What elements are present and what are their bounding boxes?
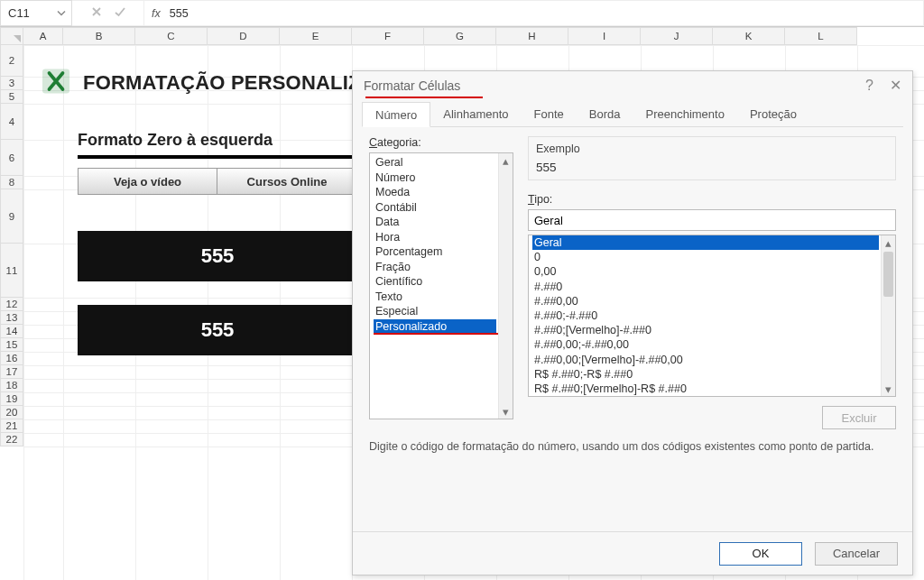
column-header[interactable]: E <box>280 27 352 45</box>
column-header[interactable]: K <box>713 27 785 45</box>
scroll-down-icon[interactable]: ▾ <box>882 382 895 396</box>
row-header[interactable]: 19 <box>0 392 23 406</box>
formula-input-area[interactable]: fx 555 <box>144 0 924 26</box>
subtitle-rule <box>78 155 357 159</box>
format-listbox[interactable]: Geral00,00#.##0#.##0,00#.##0;-#.##0#.##0… <box>528 235 896 397</box>
format-item[interactable]: #.##0,00;-#.##0,00 <box>532 337 879 352</box>
categoria-item[interactable]: Especial <box>374 304 496 319</box>
row-header[interactable]: 15 <box>0 338 23 352</box>
row-header[interactable]: 13 <box>0 311 23 325</box>
formula-value: 555 <box>170 7 189 20</box>
column-header[interactable]: L <box>785 27 857 45</box>
delete-button[interactable]: Excluir <box>822 406 896 429</box>
column-header[interactable]: C <box>135 27 208 45</box>
row-header[interactable]: 14 <box>0 325 23 338</box>
row-header[interactable]: 20 <box>0 406 23 419</box>
column-header[interactable]: A <box>23 27 63 45</box>
tipo-input[interactable] <box>528 209 896 231</box>
scroll-up-icon[interactable]: ▴ <box>882 235 895 250</box>
format-item[interactable]: Geral <box>532 235 879 250</box>
column-headers: ABCDEFGHIJKL <box>23 27 924 45</box>
row-header[interactable]: 6 <box>0 140 23 176</box>
format-item[interactable]: R$ #.##0;-R$ #.##0 <box>532 367 879 382</box>
dialog-tabs: NúmeroAlinhamentoFonteBordaPreenchimento… <box>362 102 903 127</box>
format-item[interactable]: 0 <box>532 250 879 264</box>
categoria-item[interactable]: Geral <box>374 155 496 170</box>
formula-bar: C11 fx 555 <box>0 0 924 27</box>
row-header[interactable]: 16 <box>0 352 23 365</box>
example-value: 555 <box>536 161 888 174</box>
format-item[interactable]: R$ #.##0,00;-R$ #.##0,00 <box>532 396 879 397</box>
format-item[interactable]: 0,00 <box>532 264 879 279</box>
chevron-down-icon[interactable] <box>57 6 66 20</box>
row-header[interactable]: 21 <box>0 419 23 433</box>
dialog-titlebar[interactable]: Formatar Células ? ✕ <box>353 71 912 100</box>
value-cell-2[interactable]: 555 <box>78 305 357 355</box>
confirm-icon[interactable] <box>114 5 126 21</box>
row-header[interactable]: 5 <box>0 90 23 104</box>
categoria-item[interactable]: Texto <box>374 290 496 305</box>
video-button[interactable]: Veja o vídeo <box>78 168 217 195</box>
scroll-down-icon[interactable]: ▾ <box>499 404 513 419</box>
scrollbar[interactable]: ▴ ▾ <box>881 235 895 396</box>
close-icon[interactable]: ✕ <box>890 78 901 93</box>
format-item[interactable]: #.##0;[Vermelho]-#.##0 <box>532 323 879 337</box>
scroll-up-icon[interactable]: ▴ <box>499 153 513 168</box>
column-header[interactable]: G <box>424 27 496 45</box>
row-header[interactable]: 18 <box>0 379 23 392</box>
row-header[interactable]: 9 <box>0 189 23 244</box>
column-header[interactable]: D <box>208 27 280 45</box>
categoria-item[interactable]: Data <box>374 215 496 230</box>
dialog-footer: OK Cancelar <box>353 531 912 575</box>
categoria-item[interactable]: Moeda <box>374 185 496 200</box>
categoria-item[interactable]: Hora <box>374 230 496 245</box>
row-header[interactable]: 17 <box>0 365 23 379</box>
ok-button[interactable]: OK <box>719 542 802 566</box>
row-header[interactable]: 2 <box>0 45 23 77</box>
categoria-item[interactable]: Científico <box>374 274 496 290</box>
tab-fonte[interactable]: Fonte <box>522 102 577 126</box>
cursos-online-button[interactable]: Cursos Online <box>217 168 357 195</box>
help-icon[interactable]: ? <box>865 78 873 93</box>
row-header[interactable]: 8 <box>0 176 23 189</box>
row-headers: 2354689111213141516171819202122 <box>0 27 23 580</box>
format-item[interactable]: #.##0 <box>532 280 879 294</box>
column-header[interactable]: J <box>641 27 713 45</box>
cancel-icon[interactable] <box>90 5 103 21</box>
column-header[interactable]: F <box>352 27 424 45</box>
format-item[interactable]: #.##0,00 <box>532 294 879 308</box>
cancel-button[interactable]: Cancelar <box>815 542 898 566</box>
scrollbar-thumb[interactable] <box>883 252 893 297</box>
scrollbar[interactable]: ▴ ▾ <box>498 153 513 419</box>
tab-proteção[interactable]: Proteção <box>737 102 809 126</box>
select-all-corner[interactable] <box>0 27 23 45</box>
row-header[interactable]: 4 <box>0 104 23 140</box>
example-label: Exemplo <box>536 143 888 155</box>
name-box[interactable]: C11 <box>0 0 72 26</box>
formula-bar-actions <box>72 0 144 26</box>
categoria-listbox[interactable]: GeralNúmeroMoedaContábilDataHoraPorcenta… <box>369 152 513 419</box>
row-header[interactable]: 11 <box>0 244 23 298</box>
column-header[interactable]: I <box>568 27 641 45</box>
categoria-item[interactable]: Fração <box>374 260 496 275</box>
categoria-item[interactable]: Número <box>374 170 496 186</box>
tipo-label: Tipo: <box>528 193 896 206</box>
categoria-item[interactable]: Porcentagem <box>374 244 496 260</box>
row-header[interactable]: 12 <box>0 298 23 311</box>
tab-número[interactable]: Número <box>362 102 430 127</box>
dialog-title: Formatar Células <box>364 78 460 93</box>
tab-alinhamento[interactable]: Alinhamento <box>430 102 521 126</box>
row-header[interactable]: 22 <box>0 433 23 447</box>
categoria-item[interactable]: Personalizado <box>374 319 496 335</box>
tab-borda[interactable]: Borda <box>577 102 633 126</box>
column-header[interactable]: B <box>63 27 135 45</box>
tab-preenchimento[interactable]: Preenchimento <box>633 102 736 126</box>
column-header[interactable]: H <box>496 27 568 45</box>
format-item[interactable]: R$ #.##0;[Vermelho]-R$ #.##0 <box>532 382 879 396</box>
row-header[interactable]: 3 <box>0 77 23 90</box>
categoria-item[interactable]: Contábil <box>374 200 496 216</box>
format-item[interactable]: #.##0,00;[Vermelho]-#.##0,00 <box>532 353 879 367</box>
example-box: Exemplo 555 <box>528 136 896 180</box>
value-cell-1[interactable]: 555 <box>78 231 357 281</box>
format-item[interactable]: #.##0;-#.##0 <box>532 308 879 323</box>
